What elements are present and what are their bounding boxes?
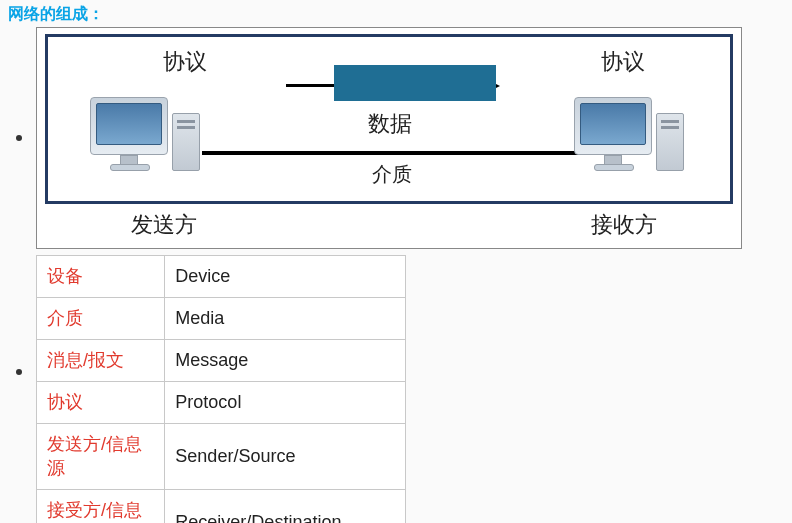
label-data: 数据 [368, 109, 412, 139]
label-protocol-left: 协议 [163, 47, 207, 77]
term-en: Message [165, 340, 406, 382]
label-receiver: 接收方 [591, 210, 657, 240]
table-row: 发送方/信息源 Sender/Source [37, 424, 406, 490]
table-row: 介质 Media [37, 298, 406, 340]
term-cn: 接受方/信息目 [37, 490, 165, 524]
label-protocol-right: 协议 [601, 47, 645, 77]
label-sender: 发送方 [131, 210, 197, 240]
label-medium: 介质 [372, 161, 412, 188]
transmission-medium-line [202, 151, 587, 155]
bullet-icon [16, 135, 22, 141]
term-en: Receiver/Destination [165, 490, 406, 524]
term-en: Device [165, 256, 406, 298]
page-title: 网络的组成： [8, 4, 786, 25]
table-row: 消息/报文 Message [37, 340, 406, 382]
bullet-icon [16, 369, 22, 375]
receiver-computer-icon [574, 97, 694, 197]
table-row: 设备 Device [37, 256, 406, 298]
network-diagram: 协议 协议 数据 介质 [45, 34, 733, 204]
term-cn: 协议 [37, 382, 165, 424]
table-row: 协议 Protocol [37, 382, 406, 424]
term-cn: 发送方/信息源 [37, 424, 165, 490]
term-cn: 介质 [37, 298, 165, 340]
data-packet-box [334, 65, 496, 101]
term-cn: 消息/报文 [37, 340, 165, 382]
table-row: 接受方/信息目 Receiver/Destination [37, 490, 406, 524]
term-cn: 设备 [37, 256, 165, 298]
terminology-table: 设备 Device 介质 Media 消息/报文 Message 协议 Prot… [36, 255, 406, 523]
term-en: Protocol [165, 382, 406, 424]
term-en: Media [165, 298, 406, 340]
diagram-frame: 协议 协议 数据 介质 [36, 27, 742, 249]
term-en: Sender/Source [165, 424, 406, 490]
sender-computer-icon [90, 97, 210, 197]
